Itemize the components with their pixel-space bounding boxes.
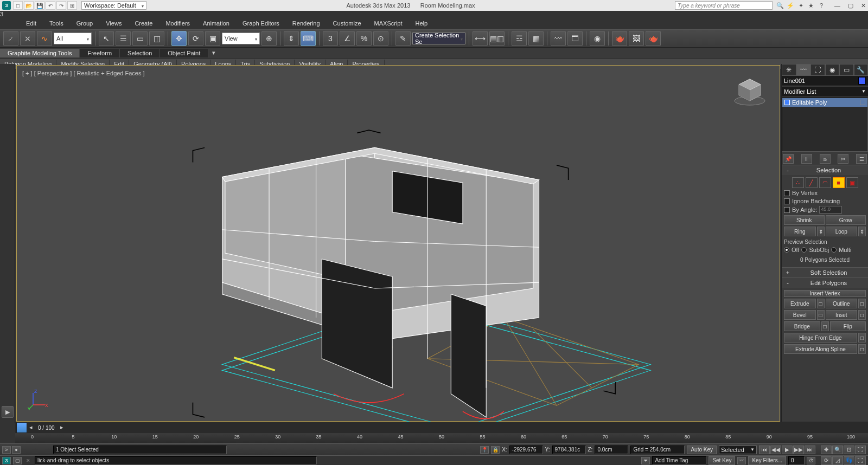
menu-customize[interactable]: Customize — [327, 18, 368, 28]
select-rotate-icon[interactable]: ⟳ — [188, 31, 203, 46]
lock-icon[interactable]: 🔒 — [491, 446, 500, 454]
ribbon-tab-graphite[interactable]: Graphite Modeling Tools — [0, 49, 80, 57]
search-icon[interactable]: 🔍 — [776, 1, 784, 10]
preview-multi-radio[interactable] — [831, 247, 837, 253]
named-selection-sets[interactable]: Create Selection Se — [412, 33, 465, 44]
loop-button[interactable]: Loop — [826, 227, 858, 236]
ring-spinner[interactable]: ⇕ — [817, 227, 825, 236]
extrude-settings-icon[interactable]: □ — [817, 299, 825, 308]
time-ruler[interactable]: 0510152025303540455055606570758085909510… — [15, 434, 868, 443]
menu-group[interactable]: Group — [70, 18, 100, 28]
bind-space-warp-icon[interactable]: ∿ — [37, 31, 52, 46]
align-icon[interactable]: ▤▥ — [489, 31, 505, 46]
make-unique-icon[interactable]: ⎄ — [820, 154, 831, 164]
y-coord[interactable]: 9784.381c — [552, 445, 586, 454]
configure-sets-icon[interactable]: ☰ — [856, 154, 867, 164]
project-icon[interactable]: ⊞ — [67, 1, 77, 10]
ribbon-tab-freeform[interactable]: Freeform — [80, 49, 120, 57]
set-key-button[interactable]: Set Key — [709, 456, 735, 465]
goto-start-icon[interactable]: ⏮ — [759, 445, 770, 454]
inset-settings-icon[interactable]: □ — [858, 310, 866, 320]
unlink-icon[interactable]: ⤫ — [20, 31, 35, 46]
ribbon-collapse-icon[interactable]: ▾ — [208, 49, 219, 56]
x-coord[interactable]: -2929.676 — [509, 445, 543, 454]
viewcube[interactable] — [731, 71, 769, 109]
menu-graph-editors[interactable]: Graph Editors — [236, 18, 286, 28]
add-time-tag[interactable]: Add Time Tag — [652, 456, 706, 464]
viewport-nav-zoom-extents-icon[interactable]: ⛶ — [855, 445, 866, 454]
modify-tab-icon[interactable]: 〰 — [796, 64, 811, 76]
select-link-icon[interactable]: ⟋ — [3, 31, 18, 46]
time-slider-thumb[interactable] — [16, 422, 27, 433]
layer-manager-icon[interactable]: ☲ — [512, 31, 527, 46]
extrude-button[interactable]: Extrude — [784, 299, 816, 308]
select-move-icon[interactable]: ✥ — [171, 31, 187, 46]
menu-tools[interactable]: Tools — [43, 18, 70, 28]
polygon-level-icon[interactable]: ■ — [833, 177, 845, 188]
bevel-button[interactable]: Bevel — [784, 310, 816, 320]
object-color-swatch[interactable] — [858, 77, 866, 85]
curve-editor-icon[interactable]: 〰 — [551, 31, 566, 46]
time-tag-icon[interactable]: ⏷ — [641, 457, 650, 464]
utilities-tab-icon[interactable]: 🔧 — [854, 64, 869, 76]
new-icon[interactable]: □ — [13, 1, 23, 10]
time-prev-icon[interactable]: ◂ — [27, 424, 35, 431]
viewport-nav-fov-icon[interactable]: ◿ — [832, 456, 843, 465]
search-input[interactable]: Type a keyword or phrase — [675, 1, 773, 10]
selection-filter[interactable]: All — [54, 33, 92, 44]
hierarchy-tab-icon[interactable]: ⛶ — [810, 64, 825, 76]
isolate-selection-icon[interactable]: ▢ — [13, 457, 22, 464]
app-icon[interactable]: 3 — [2, 1, 11, 10]
time-slider[interactable]: ◂ 0 / 100 ▸ — [15, 422, 868, 434]
rollout-edit-polygons-header[interactable]: -Edit Polygons — [782, 278, 868, 288]
schematic-view-icon[interactable]: 🗔 — [567, 31, 583, 46]
modifier-list-dropdown[interactable]: Modifier List▼ — [782, 87, 868, 96]
reference-coord-system[interactable]: View — [222, 33, 260, 44]
current-frame-field[interactable]: 0 — [788, 456, 805, 465]
by-vertex-checkbox[interactable]: By Vertex — [784, 190, 866, 196]
edit-named-sel-icon[interactable]: ✎ — [395, 31, 411, 46]
modifier-stack-item[interactable]: Editable Poly — [782, 98, 867, 107]
menu-rendering[interactable]: Rendering — [286, 18, 327, 28]
viewport-nav-pan-icon[interactable]: ✥ — [821, 445, 832, 454]
bevel-settings-icon[interactable]: □ — [817, 310, 825, 320]
ring-button[interactable]: Ring — [784, 227, 816, 236]
viewport-label[interactable]: [ + ] [ Perspective ] [ Realistic + Edge… — [22, 70, 145, 76]
viewport-nav-walk-icon[interactable]: 👣 — [844, 456, 854, 465]
modifier-stack[interactable]: Editable Poly — [782, 98, 868, 152]
key-mode-icon[interactable]: 〰 — [737, 457, 746, 464]
select-by-name-icon[interactable]: ☰ — [116, 31, 131, 46]
select-manipulate-icon[interactable]: ⇕ — [284, 31, 299, 46]
preview-subobj-radio[interactable] — [801, 247, 807, 253]
menu-animation[interactable]: Animation — [196, 18, 236, 28]
display-tab-icon[interactable]: ▭ — [839, 64, 854, 76]
menu-create[interactable]: Create — [128, 18, 159, 28]
hinge-settings-icon[interactable]: □ — [858, 333, 866, 343]
viewport-nav-zoom-icon[interactable]: 🔍 — [832, 445, 843, 454]
goto-end-icon[interactable]: ⏭ — [805, 445, 815, 454]
open-icon[interactable]: 📂 — [24, 1, 34, 10]
bridge-settings-icon[interactable]: □ — [821, 321, 829, 331]
border-level-icon[interactable]: ◠ — [819, 177, 831, 188]
ignore-backfacing-checkbox[interactable]: Ignore Backfacing — [784, 198, 866, 204]
next-frame-icon[interactable]: ▶▶ — [793, 445, 804, 454]
vertex-level-icon[interactable]: ∴ — [792, 177, 804, 188]
communication-icon[interactable]: ⚡ — [786, 1, 795, 10]
keyboard-shortcut-icon[interactable]: ⌨ — [301, 31, 316, 46]
pin-stack-icon[interactable]: 📌 — [783, 154, 794, 164]
ribbon-tab-object-paint[interactable]: Object Paint — [160, 49, 208, 57]
key-mode-combo[interactable]: Selected▼ — [719, 445, 757, 454]
application-menu-button[interactable]: 3 — [0, 11, 868, 17]
rollout-soft-selection-header[interactable]: +Soft Selection — [782, 268, 868, 277]
time-next-icon[interactable]: ▸ — [58, 424, 66, 431]
angle-snap-icon[interactable]: ∠ — [340, 31, 355, 46]
stack-display-toggle[interactable] — [860, 100, 865, 105]
menu-modifiers[interactable]: Modifiers — [159, 18, 196, 28]
ribbon-tab-selection[interactable]: Selection — [120, 49, 160, 57]
rendered-frame-icon[interactable]: 🖼 — [629, 31, 644, 46]
viewport-nav-maximize-icon[interactable]: ⛶ — [855, 456, 866, 465]
z-coord[interactable]: 0.0cm — [595, 445, 628, 454]
extrude-spline-settings-icon[interactable]: □ — [858, 344, 866, 354]
window-crossing-icon[interactable]: ◫ — [149, 31, 164, 46]
render-production-icon[interactable]: 🫖 — [646, 31, 661, 46]
